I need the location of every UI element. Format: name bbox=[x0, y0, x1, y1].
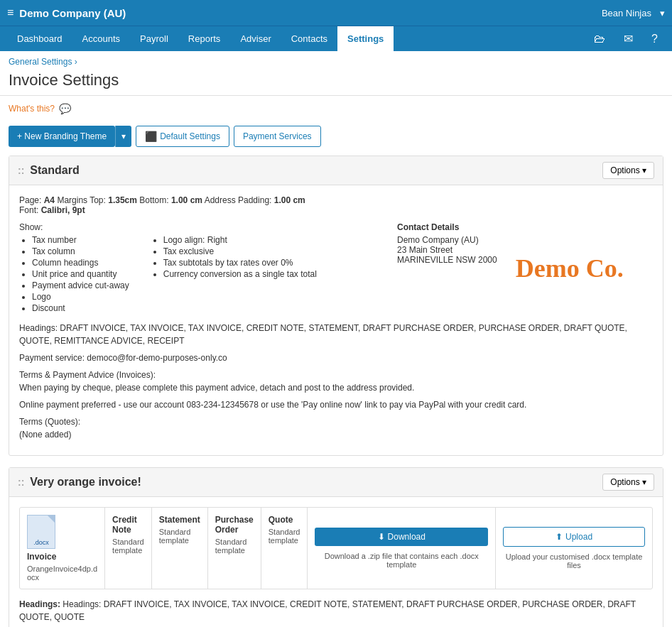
menu-icon[interactable]: ≡ bbox=[7, 6, 13, 19]
orange-footer: Headings: Headings: DRAFT INVOICE, TAX I… bbox=[19, 598, 653, 627]
standard-main: Show: Tax numberTax columnColumn heading… bbox=[19, 222, 653, 315]
orange-drag-handle-icon: :: bbox=[18, 476, 24, 488]
breadcrumb-parent[interactable]: General Settings bbox=[9, 57, 72, 67]
standard-right: Contact Details Demo Company (AU) 23 Mai… bbox=[397, 222, 653, 315]
nav-right-icons: 🗁 ✉ ? bbox=[587, 26, 665, 51]
payment-services-button[interactable]: Payment Services bbox=[234, 126, 321, 147]
download-icon: ⬇ bbox=[378, 532, 385, 542]
upload-label: Upload bbox=[565, 532, 592, 542]
template-invoice-header: Invoice bbox=[27, 552, 97, 562]
nav-dashboard[interactable]: Dashboard bbox=[7, 26, 72, 51]
folder-icon[interactable]: 🗁 bbox=[587, 27, 612, 51]
orange-section-body: .docx Invoice OrangeInvoice4dp.docx Cred… bbox=[9, 497, 663, 627]
new-branding-dropdown[interactable]: ▾ bbox=[115, 126, 131, 147]
navbar: Dashboard Accounts Payroll Reports Advis… bbox=[0, 26, 672, 51]
standard-section-header: :: Standard Options ▾ bbox=[9, 156, 663, 185]
breadcrumb-separator: › bbox=[75, 57, 77, 67]
new-branding-group: + New Branding Theme ▾ bbox=[9, 126, 131, 147]
new-branding-button[interactable]: + New Branding Theme bbox=[9, 126, 115, 147]
show-item: Tax number bbox=[32, 235, 129, 245]
standard-terms-text: When paying by cheque, please complete t… bbox=[19, 383, 414, 393]
topbar: ≡ Demo Company (AU) Bean Ninjas ▾ bbox=[0, 0, 672, 26]
standard-section: :: Standard Options ▾ Page: A4 Margins T… bbox=[9, 156, 663, 456]
show-item: Logo align: Right bbox=[163, 235, 317, 245]
orange-headings: Headings: Headings: DRAFT INVOICE, TAX I… bbox=[19, 598, 653, 623]
standard-options-button[interactable]: Options ▾ bbox=[602, 162, 654, 179]
standard-show-list: Show: Tax numberTax columnColumn heading… bbox=[19, 222, 383, 315]
show-item: Currency conversion as a single tax tota… bbox=[163, 269, 317, 279]
standard-meta-padding: 1.00 cm bbox=[274, 195, 305, 205]
page-content: General Settings › Invoice Settings What… bbox=[0, 51, 672, 627]
mail-icon[interactable]: ✉ bbox=[617, 26, 640, 51]
show-col-2: Logo align: RightTax exclusiveTax subtot… bbox=[151, 235, 317, 315]
toolbar: + New Branding Theme ▾ ⬛ Default Setting… bbox=[0, 121, 672, 156]
standard-meta-top: 1.35cm bbox=[108, 195, 137, 205]
topbar-left: ≡ Demo Company (AU) bbox=[7, 6, 126, 19]
standard-section-title: :: Standard bbox=[18, 164, 80, 177]
contact-company: Demo Company (AU) bbox=[397, 235, 497, 245]
docx-icon-invoice: .docx bbox=[27, 515, 55, 549]
show-item: Logo bbox=[32, 292, 129, 302]
orange-section-title: :: Very orange invoice! bbox=[18, 476, 141, 489]
download-label: Download bbox=[388, 532, 426, 542]
template-credit-note: Credit Note Standard template bbox=[105, 508, 152, 589]
template-quote: Quote Standard template bbox=[261, 508, 308, 589]
upload-desc: Upload your customised .docx template fi… bbox=[503, 552, 645, 569]
logo-area: Demo Co. bbox=[509, 222, 631, 315]
show-col-1: Tax numberTax columnColumn headingsUnit … bbox=[19, 235, 129, 315]
standard-section-body: Page: A4 Margins Top: 1.35cm Bottom: 1.0… bbox=[9, 185, 663, 455]
template-invoice: .docx Invoice OrangeInvoice4dp.docx bbox=[20, 508, 105, 589]
contact-details: Contact Details Demo Company (AU) 23 Mai… bbox=[397, 222, 497, 315]
default-settings-button[interactable]: ⬛ Default Settings bbox=[136, 126, 229, 147]
help-icon[interactable]: ? bbox=[644, 27, 665, 51]
company-name: Demo Company (AU) bbox=[19, 7, 126, 19]
template-po-header: Purchase Order bbox=[215, 515, 254, 535]
standard-headings: Headings: DRAFT INVOICE, TAX INVOICE, TA… bbox=[19, 322, 653, 347]
download-button[interactable]: ⬇ Download bbox=[315, 528, 488, 546]
show-item: Tax subtotals by tax rates over 0% bbox=[163, 258, 317, 268]
contact-city: MARINEVILLE NSW 2000 bbox=[397, 255, 497, 265]
show-item: Discount bbox=[32, 303, 129, 313]
show-columns: Tax numberTax columnColumn headingsUnit … bbox=[19, 235, 383, 315]
show-item: Unit price and quantity bbox=[32, 269, 129, 279]
logo-text: Demo Co. bbox=[516, 253, 624, 283]
contact-details-label: Contact Details bbox=[397, 222, 497, 232]
standard-left: Show: Tax numberTax columnColumn heading… bbox=[19, 222, 383, 315]
nav-reports[interactable]: Reports bbox=[178, 26, 231, 51]
whats-this-link[interactable]: What's this? bbox=[9, 104, 55, 114]
standard-terms-quotes: Terms (Quotes): (None added) bbox=[19, 415, 653, 441]
page-title: Invoice Settings bbox=[0, 68, 672, 96]
template-invoice-file: OrangeInvoice4dp.docx bbox=[27, 565, 97, 582]
show-item: Tax column bbox=[32, 246, 129, 256]
template-statement: Statement Standard template bbox=[152, 508, 208, 589]
template-quote-header: Quote bbox=[269, 515, 300, 525]
user-dropdown-icon[interactable]: ▾ bbox=[660, 8, 665, 18]
template-purchase-order: Purchase Order Standard template bbox=[208, 508, 261, 589]
templates-row: .docx Invoice OrangeInvoice4dp.docx Cred… bbox=[19, 507, 653, 589]
nav-settings[interactable]: Settings bbox=[337, 26, 394, 51]
upload-button[interactable]: ⬆ Upload bbox=[503, 527, 645, 547]
standard-meta: Page: A4 Margins Top: 1.35cm Bottom: 1.0… bbox=[19, 195, 653, 215]
whats-this-icon: 💬 bbox=[59, 103, 71, 114]
standard-terms-quotes-value: (None added) bbox=[19, 430, 71, 440]
template-statement-sub: Standard template bbox=[159, 528, 200, 545]
standard-online-payment: Online payment preferred - use our accou… bbox=[19, 398, 653, 411]
show-item: Column headings bbox=[32, 258, 129, 268]
orange-options-button[interactable]: Options ▾ bbox=[602, 474, 654, 491]
nav-adviser[interactable]: Adviser bbox=[230, 26, 281, 51]
standard-meta-page: A4 bbox=[44, 195, 55, 205]
contact-address: 23 Main Street bbox=[397, 245, 497, 255]
orange-section: :: Very orange invoice! Options ▾ .docx … bbox=[9, 467, 663, 627]
standard-payment-service: Payment service: democo@for-demo-purpose… bbox=[19, 351, 653, 364]
breadcrumb: General Settings › bbox=[0, 51, 672, 68]
show-item: Tax exclusive bbox=[163, 246, 317, 256]
template-quote-sub: Standard template bbox=[269, 528, 300, 545]
default-settings-label: Default Settings bbox=[160, 131, 220, 141]
nav-payroll[interactable]: Payroll bbox=[130, 26, 178, 51]
user-name[interactable]: Bean Ninjas bbox=[602, 8, 651, 18]
orange-section-header: :: Very orange invoice! Options ▾ bbox=[9, 468, 663, 497]
upload-cell: ⬆ Upload Upload your customised .docx te… bbox=[496, 508, 652, 589]
nav-contacts[interactable]: Contacts bbox=[281, 26, 337, 51]
show-item: Payment advice cut-away bbox=[32, 280, 129, 290]
nav-accounts[interactable]: Accounts bbox=[72, 26, 130, 51]
